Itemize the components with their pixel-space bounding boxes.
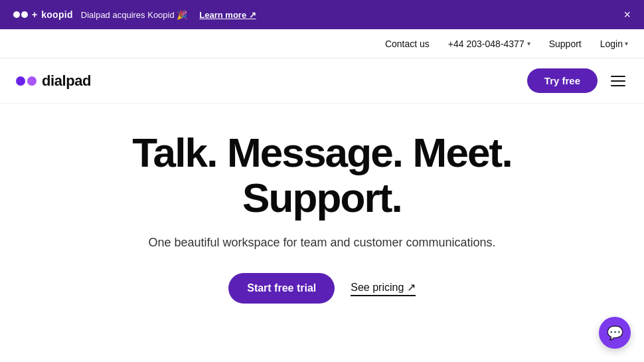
try-free-button[interactable]: Try free <box>527 68 598 93</box>
hamburger-line-2 <box>611 80 625 82</box>
koopid-logo: koopid <box>41 9 73 20</box>
top-nav-bar: Contact us +44 203-048-4377 ▾ Support Lo… <box>0 29 644 58</box>
logo-bubbles <box>16 76 37 86</box>
close-icon: × <box>623 8 631 21</box>
nav-right: Try free <box>527 68 628 93</box>
hero-heading: Talk. Message. Meet. Support. <box>90 130 554 221</box>
hero-section: Talk. Message. Meet. Support. One beauti… <box>0 104 644 304</box>
try-free-label: Try free <box>544 75 580 86</box>
logo-bubble-2 <box>27 76 37 86</box>
login-link[interactable]: Login ▾ <box>600 39 628 49</box>
bubble-sm-2 <box>21 11 28 18</box>
announcement-left: + koopid Dialpad acquires Koopid 🎉 Learn… <box>13 9 256 20</box>
announcement-bar: + koopid Dialpad acquires Koopid 🎉 Learn… <box>0 0 644 29</box>
hamburger-line-3 <box>611 85 625 86</box>
announcement-close-button[interactable]: × <box>623 9 631 21</box>
start-free-trial-button[interactable]: Start free trial <box>228 273 335 304</box>
logo-bubble-1 <box>16 76 25 86</box>
hamburger-menu-button[interactable] <box>608 73 628 89</box>
plus-sign: + <box>32 9 37 20</box>
contact-us-link[interactable]: Contact us <box>385 39 430 49</box>
dialpad-small-logo <box>13 11 28 18</box>
phone-number-label: +44 203-048-4377 <box>448 39 524 49</box>
dialpad-logo[interactable]: dialpad <box>16 72 91 90</box>
hamburger-line-1 <box>611 76 625 77</box>
announcement-text: Dialpad acquires Koopid 🎉 <box>81 10 188 20</box>
support-link[interactable]: Support <box>549 39 582 49</box>
support-label: Support <box>549 39 582 49</box>
see-pricing-link[interactable]: See pricing ↗ <box>351 281 416 296</box>
chat-widget-button[interactable]: 💬 <box>599 317 631 349</box>
phone-chevron-icon: ▾ <box>527 40 530 47</box>
start-free-trial-label: Start free trial <box>247 282 316 294</box>
announcement-logos: + koopid <box>13 9 73 20</box>
chat-icon: 💬 <box>607 325 623 341</box>
login-label: Login <box>600 39 623 49</box>
login-chevron-icon: ▾ <box>625 40 628 47</box>
contact-us-label: Contact us <box>385 39 430 49</box>
phone-number-link[interactable]: +44 203-048-4377 ▾ <box>448 39 530 49</box>
hero-cta: Start free trial See pricing ↗ <box>228 273 416 304</box>
bubble-sm-1 <box>13 11 20 18</box>
dialpad-small-bubbles <box>13 11 28 18</box>
learn-more-label: Learn more ↗ <box>199 10 256 20</box>
main-nav: dialpad Try free <box>0 58 644 104</box>
logo-wordmark: dialpad <box>42 72 91 90</box>
hero-subheading: One beautiful workspace for team and cus… <box>148 234 495 252</box>
see-pricing-label: See pricing ↗ <box>351 281 416 294</box>
learn-more-link[interactable]: Learn more ↗ <box>199 10 256 20</box>
